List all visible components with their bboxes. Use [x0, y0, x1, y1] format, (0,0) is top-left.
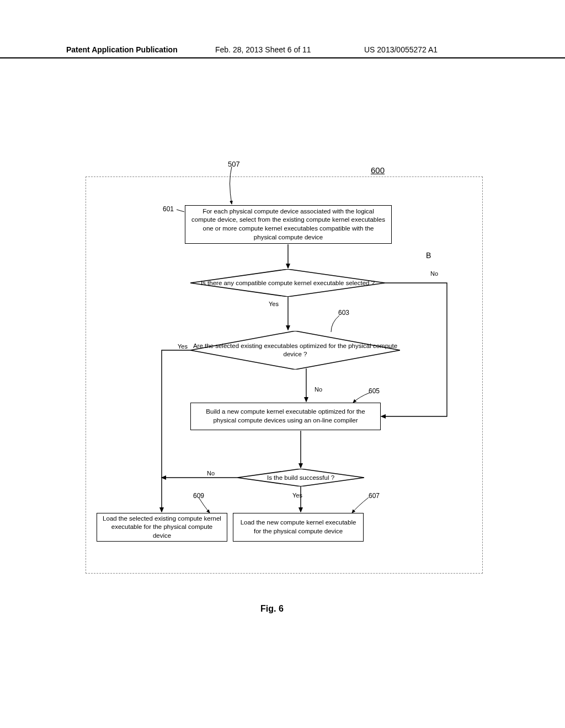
decision-3: Is the build successful ? — [237, 469, 364, 486]
decision-1: Is there any compatible compute kernel e… — [190, 269, 385, 297]
decision-3-text: Is the build successful ? — [267, 474, 334, 482]
figure-caption: Fig. 6 — [260, 604, 284, 614]
svg-line-3 — [177, 210, 184, 212]
decision-2: Are the selected existing executables op… — [190, 331, 400, 370]
decision-1-text: Is there any compatible compute kernel e… — [201, 279, 375, 287]
decision-2-text: Are the selected existing executables op… — [190, 342, 400, 358]
